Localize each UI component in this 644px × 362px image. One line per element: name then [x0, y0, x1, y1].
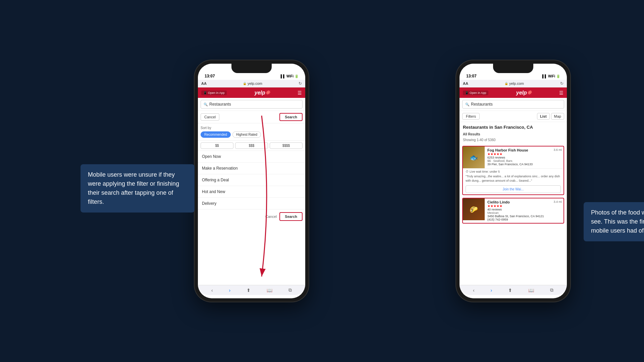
bookmarks-icon-right[interactable]: 📖 — [528, 288, 534, 293]
join-waitlist-btn[interactable]: Join the Wai... — [466, 185, 561, 193]
open-in-app-text-left: Open in App — [208, 91, 225, 95]
sort-highest-rated[interactable]: Highest Rated — [232, 131, 261, 138]
search-box-right: 🔍 Restaurants — [460, 98, 567, 111]
yelp-header-right: 📱 Open in App yelp❋ ☰ — [460, 87, 567, 98]
time-right: 13:07 — [466, 74, 477, 78]
status-icons-right: ▌▌ WiFi 🔋 — [542, 74, 560, 78]
search-button-top[interactable]: Search — [279, 113, 303, 121]
back-icon-right[interactable]: ‹ — [473, 288, 475, 293]
phone-right: 13:07 ▌▌ WiFi 🔋 AA 🔒 yelp.com — [456, 60, 570, 302]
card-main-2: 🌮 Cielito Lindo ★★★★★ 40 reviews Mexican… — [463, 198, 546, 223]
browser-aa-left: AA — [201, 81, 207, 85]
status-icons-left: ▌▌ WiFi 🔋 — [281, 74, 299, 78]
forward-icon-right[interactable]: › — [491, 288, 492, 293]
filter-offering-deal[interactable]: Offering a Deal — [198, 174, 305, 186]
results-count: Showing 1-40 of 5360 — [460, 138, 567, 144]
search-box-left: 🔍 Restaurants — [198, 98, 305, 111]
lock-icon-right: 🔒 — [504, 82, 508, 85]
url-text-left: yelp.com — [248, 81, 262, 85]
browser-bar-right: AA 🔒 yelp.com ↻ — [460, 80, 567, 87]
search-text-left: Restaurants — [209, 102, 231, 107]
card-price-1: $$ — [487, 159, 491, 163]
price-ss[interactable]: $$ — [201, 142, 233, 149]
lock-icon-left: 🔒 — [243, 82, 247, 85]
back-icon-left[interactable]: ‹ — [211, 288, 213, 293]
map-view-btn[interactable]: Map — [551, 113, 564, 120]
price-sss[interactable]: $$$ — [235, 142, 268, 149]
card-address-1: 39 Pier, San Francisco, CA 94133 — [487, 163, 533, 166]
search-icon-right: 🔍 — [465, 103, 469, 106]
card-main-1: 🐟 Fog Harbor Fish House ★★★★★ 6253 revie… — [463, 146, 534, 168]
browser-url-right[interactable]: 🔒 yelp.com — [504, 81, 524, 85]
callout-right: Photos of the food were a challenge to s… — [584, 202, 644, 241]
results-title: Restaurants in San Francisco, CA — [460, 122, 567, 130]
filters-bar: Filters List Map — [460, 111, 567, 122]
restaurant-card-1[interactable]: 🐟 Fog Harbor Fish House ★★★★★ 6253 revie… — [462, 146, 564, 195]
filter-open-now[interactable]: Open Now — [198, 151, 305, 163]
card-categories-2: Mexican — [487, 211, 499, 215]
phone-right-inner: 13:07 ▌▌ WiFi 🔋 AA 🔒 yelp.com — [460, 64, 567, 298]
callout-left-text: Mobile users were unsure if they were ap… — [88, 171, 179, 205]
cancel-button-top[interactable]: Cancel — [201, 113, 219, 121]
card-details-1: ⏱ Live wait time: under 5 "Truly amazing… — [463, 168, 564, 184]
tabs-icon-left[interactable]: ⧉ — [288, 287, 292, 293]
card-distance-1: 3.6 mi — [552, 146, 564, 168]
price-row: $$ $$$ $$$$ — [198, 141, 305, 151]
restaurant-card-2[interactable]: 🌮 Cielito Lindo ★★★★★ 40 reviews Mexican… — [462, 198, 564, 224]
forward-icon-left[interactable]: › — [229, 288, 231, 293]
refresh-icon-right[interactable]: ↻ — [560, 81, 564, 86]
open-in-app-left[interactable]: 📱 Open in App — [201, 90, 227, 95]
card-image-2: 🌮 — [463, 198, 485, 220]
bottom-search-row: Cancel Search — [198, 209, 305, 224]
signal-icon-right: ▌▌ — [542, 74, 547, 78]
price-ssss[interactable]: $$$$ — [270, 142, 303, 149]
right-phone-wrapper: 13:07 ▌▌ WiFi 🔋 AA 🔒 yelp.com — [456, 60, 570, 302]
card-reviews-1: 6253 reviews — [487, 156, 533, 159]
list-view-btn[interactable]: List — [537, 113, 550, 120]
filters-button[interactable]: Filters — [462, 113, 480, 120]
time-left: 13:07 — [205, 74, 215, 78]
sort-recommended[interactable]: Recommended — [201, 131, 231, 138]
phone-notch-right — [493, 64, 533, 73]
card-reviews-2: 40 reviews — [487, 208, 544, 211]
open-in-app-right[interactable]: 📱 Open in App — [463, 90, 488, 95]
card-wait-1: ⏱ Live wait time: under 5 — [466, 170, 561, 173]
browser-bar-left: AA 🔒 yelp.com ↻ — [198, 80, 305, 87]
phone-right-screen: 13:07 ▌▌ WiFi 🔋 AA 🔒 yelp.com — [460, 64, 567, 298]
cancel-label-bottom: Cancel — [265, 215, 277, 219]
card-stars-1: ★★★★★ — [487, 152, 533, 156]
callout-right-text: Photos of the food were a challenge to s… — [591, 209, 644, 234]
sort-label: Sort by — [201, 126, 303, 130]
filter-hot-new[interactable]: Hot and New — [198, 186, 305, 198]
browser-bottom-left: ‹ › ⬆ 📖 ⧉ — [198, 285, 305, 295]
browser-url-left[interactable]: 🔒 yelp.com — [243, 81, 262, 85]
bookmarks-icon-left[interactable]: 📖 — [267, 288, 272, 293]
card-info-1: Fog Harbor Fish House ★★★★★ 6253 reviews… — [487, 146, 534, 168]
url-text-right: yelp.com — [509, 81, 524, 85]
card-name-1: Fog Harbor Fish House — [487, 148, 533, 152]
card-name-2: Cielito Lindo — [487, 200, 544, 204]
share-icon-left[interactable]: ⬆ — [247, 288, 251, 293]
filter-make-reservation[interactable]: Make a Reservation — [198, 163, 305, 174]
filter-delivery[interactable]: Delivery — [198, 198, 305, 209]
search-input-left[interactable]: 🔍 Restaurants — [201, 100, 303, 109]
callout-left: Mobile users were unsure if they were ap… — [80, 164, 195, 213]
card-stars-2: ★★★★★ — [487, 204, 544, 208]
phone-icon-left: 📱 — [203, 91, 207, 95]
hamburger-icon-left[interactable]: ☰ — [298, 90, 302, 96]
hamburger-icon-right[interactable]: ☰ — [559, 90, 564, 96]
left-phone-wrapper: Mobile users were unsure if they were ap… — [74, 60, 309, 302]
refresh-icon-left[interactable]: ↻ — [299, 81, 302, 86]
phone-left-inner: 13:07 ▌▌ WiFi 🔋 AA 🔒 yelp.com — [198, 64, 305, 298]
card-review-text-1: "Truly amazing...the waitre... a lot of … — [466, 174, 561, 183]
share-icon-right[interactable]: ⬆ — [508, 288, 512, 293]
battery-icon-right: 🔋 — [556, 74, 560, 78]
yelp-logo-right: yelp❋ — [516, 89, 531, 96]
search-input-right[interactable]: 🔍 Restaurants — [462, 100, 564, 109]
sort-section: Sort by Recommended Highest Rated — [198, 123, 305, 141]
phone-icon-right: 📱 — [465, 91, 469, 95]
search-button-bottom[interactable]: Search — [279, 212, 303, 221]
tabs-icon-right[interactable]: ⧉ — [550, 287, 553, 293]
card-image-1: 🐟 — [463, 146, 485, 168]
phone-left-screen: 13:07 ▌▌ WiFi 🔋 AA 🔒 yelp.com — [198, 64, 305, 298]
